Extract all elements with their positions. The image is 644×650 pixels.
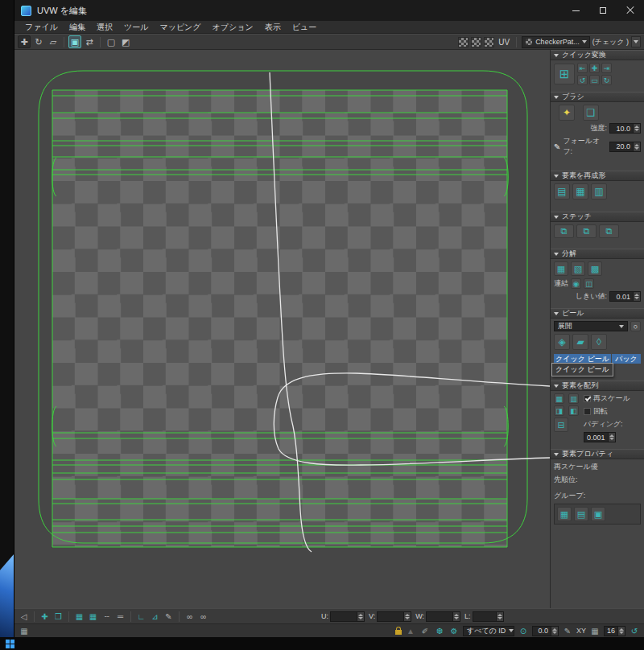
select-mode-button-1[interactable]: ▢ xyxy=(105,35,118,48)
align-right-button[interactable]: ⇥ xyxy=(601,63,612,73)
section-header-stitch[interactable]: ステッチ xyxy=(551,212,644,222)
stitch-custom-button[interactable]: ⧉ xyxy=(554,224,574,238)
minimize-button[interactable] xyxy=(562,0,589,21)
peel-mode-button[interactable]: ◈ xyxy=(554,334,570,350)
axis-mode-label[interactable]: XY xyxy=(576,627,586,635)
weld-selected-button[interactable]: ◫ xyxy=(584,278,594,289)
section-header-peel[interactable]: ピール xyxy=(551,308,644,319)
angle-icon[interactable]: ⊙ xyxy=(518,625,529,636)
rescale-checkbox[interactable] xyxy=(584,395,591,402)
section-header-arrange[interactable]: 要素を配列 xyxy=(551,381,644,391)
unfold-method-dropdown[interactable]: 展開 xyxy=(554,321,628,331)
menu-options[interactable]: オプション xyxy=(207,21,259,34)
break-button[interactable]: ◉ xyxy=(571,278,581,289)
rotate-tool-button[interactable]: ↻ xyxy=(32,35,45,48)
lock-scale-icon[interactable]: ∞ xyxy=(197,611,209,623)
lock-aspect-icon[interactable]: ∞ xyxy=(184,611,196,623)
spinner-arrows[interactable] xyxy=(609,432,616,442)
menu-file[interactable]: ファイル xyxy=(19,21,64,34)
rotate-cw-button[interactable]: ↻ xyxy=(601,75,612,85)
pack-normalize-button[interactable]: ▦ xyxy=(554,393,564,404)
move-snap-button[interactable]: ✚ xyxy=(589,63,600,73)
falloff-brush-icon[interactable]: ✎ xyxy=(554,142,560,151)
pack-custom-button[interactable]: ▥ xyxy=(568,393,579,404)
l-value[interactable] xyxy=(473,611,497,622)
uv-canvas[interactable] xyxy=(14,50,550,608)
angle-snap-icon[interactable]: ∟ xyxy=(135,611,147,623)
section-header-reshape[interactable]: 要素を再成形 xyxy=(551,171,644,181)
close-button[interactable] xyxy=(617,0,644,21)
spinner-arrows[interactable] xyxy=(634,291,641,302)
section-header-explode[interactable]: 分解 xyxy=(551,249,644,259)
relax-brush-button[interactable]: ❑ xyxy=(583,105,599,121)
edit-seams-button[interactable]: ▰ xyxy=(572,334,588,350)
w-value[interactable] xyxy=(426,611,453,622)
angle-value[interactable]: 0.0 xyxy=(532,626,551,636)
grid-size-value[interactable]: 16 xyxy=(604,626,618,636)
v-coordinate-field[interactable] xyxy=(377,611,411,622)
lock-selection-icon[interactable] xyxy=(395,630,402,635)
undo-icon[interactable]: ↺ xyxy=(629,625,640,636)
falloff-value[interactable]: 20.0 xyxy=(609,142,634,152)
straighten-button[interactable]: ▤ xyxy=(554,183,570,200)
maximize-button[interactable] xyxy=(589,0,617,21)
pixel-snap-icon[interactable]: ▦ xyxy=(87,611,99,623)
spinner-arrows[interactable] xyxy=(551,626,559,636)
menu-view[interactable]: ビュー xyxy=(287,21,322,34)
spinner-arrows[interactable] xyxy=(357,611,365,622)
planar-align-button[interactable]: ⊞ xyxy=(554,64,575,84)
flatten-by-group-button[interactable]: ▧ xyxy=(571,261,585,276)
angle-spinner[interactable]: 0.0 xyxy=(532,626,559,636)
grid-size-icon[interactable]: ▦ xyxy=(589,625,601,636)
warning-icon[interactable]: ▲ xyxy=(405,625,416,636)
checker-tiling-icon[interactable] xyxy=(471,37,481,47)
selection-arrow-icon[interactable]: ◁ xyxy=(18,611,30,623)
stitch-target-button[interactable]: ⧉ xyxy=(599,224,619,238)
spinner-arrows[interactable] xyxy=(497,611,504,622)
point-to-point-seam-button[interactable]: ◊ xyxy=(591,334,607,350)
reset-peel-button[interactable]: ○ xyxy=(630,321,641,331)
menu-mapping[interactable]: マッピング xyxy=(154,21,206,34)
show-map-icon[interactable] xyxy=(458,37,469,47)
spinner-arrows[interactable] xyxy=(618,626,625,636)
flatten-by-material-button[interactable]: ▩ xyxy=(588,261,602,276)
u-coordinate-field[interactable] xyxy=(330,611,365,622)
l-coordinate-field[interactable] xyxy=(473,611,504,622)
texture-display-icon[interactable] xyxy=(484,37,494,47)
edge-loop-icon[interactable]: ╌ xyxy=(101,611,113,623)
align-horizontal-button[interactable]: ▭ xyxy=(589,75,600,85)
freeform-tool-button[interactable]: ▣ xyxy=(68,35,81,48)
section-header-element-properties[interactable]: 要素プロパティ xyxy=(551,449,644,459)
u-value[interactable] xyxy=(330,611,357,622)
strength-spinner[interactable]: 10.0 xyxy=(609,123,641,134)
grid-size-spinner[interactable]: 16 xyxy=(604,626,625,636)
group-select-button[interactable]: ▦ xyxy=(557,507,572,521)
absolute-mode-icon[interactable]: ✚ xyxy=(39,611,51,623)
rotate-ccw-button[interactable]: ↺ xyxy=(577,75,588,85)
texture-select-dropdown[interactable]: CheckerPat... xyxy=(522,36,590,48)
start-button[interactable] xyxy=(6,640,14,648)
spinner-arrows[interactable] xyxy=(634,142,641,152)
material-id-dropdown[interactable]: すべての ID xyxy=(463,626,514,636)
corner-snap-icon[interactable]: ⊿ xyxy=(149,611,161,623)
spinner-arrows[interactable] xyxy=(634,123,641,134)
move-brush-button[interactable]: ✦ xyxy=(559,105,575,121)
strength-value[interactable]: 10.0 xyxy=(609,123,634,134)
falloff-spinner[interactable]: 20.0 xyxy=(609,142,641,152)
menu-display[interactable]: 表示 xyxy=(259,21,287,34)
settings-gear-icon[interactable]: ⚙ xyxy=(448,625,460,636)
grid-snap-icon[interactable]: ▦ xyxy=(73,611,85,623)
edge-ring-icon[interactable]: ═ xyxy=(114,611,126,623)
align-left-button[interactable]: ⇤ xyxy=(577,63,588,73)
group-create-button[interactable]: ▤ xyxy=(574,507,588,521)
flatten-by-angle-button[interactable]: ▦ xyxy=(554,261,568,276)
draw-tool-icon[interactable]: ✎ xyxy=(163,611,175,623)
spinner-arrows[interactable] xyxy=(404,611,411,622)
pencil-icon[interactable]: ✎ xyxy=(562,625,573,636)
section-header-quick-transform[interactable]: クイック変換 xyxy=(551,50,644,60)
menu-edit[interactable]: 編集 xyxy=(64,21,91,34)
paint-select-icon[interactable]: ✐ xyxy=(419,625,431,636)
padding-spinner[interactable]: 0.001 xyxy=(584,432,641,442)
pack-together-button[interactable]: ◧ xyxy=(568,405,579,416)
group-ungroup-button[interactable]: ▣ xyxy=(591,507,605,521)
